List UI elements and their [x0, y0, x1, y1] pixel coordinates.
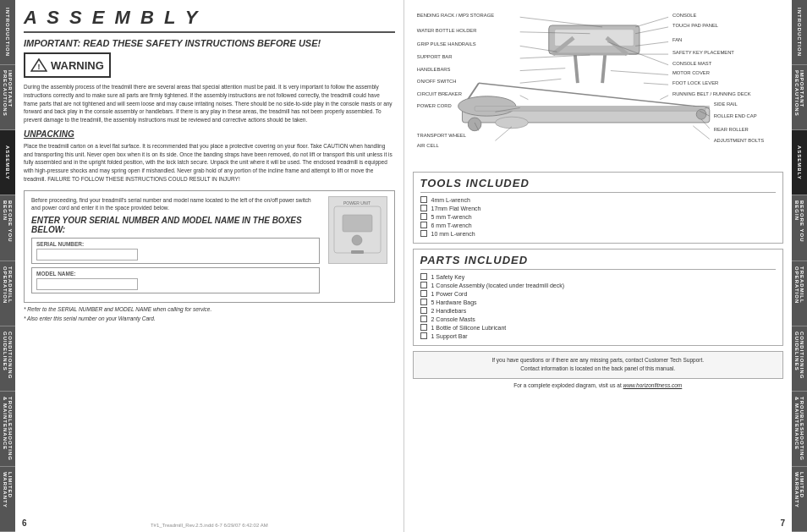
- parts-list: 1 Safety Key1 Console Assembly (located …: [420, 273, 777, 339]
- tool-checkbox: [420, 196, 427, 203]
- part-checkbox: [420, 299, 427, 305]
- right-tab-precautions[interactable]: IMPORTANT PRECAUTIONS: [792, 65, 807, 130]
- tool-item: 5 mm T-wrench: [420, 213, 777, 220]
- footer-note-text: For a complete exploded diagram, visit u…: [513, 382, 623, 388]
- warning-box: ! WARNING: [24, 52, 111, 78]
- svg-text:TOUCH PAD PANEL: TOUCH PAD PANEL: [672, 23, 718, 28]
- tools-section-title: TOOLS INCLUDED: [420, 177, 777, 193]
- part-label: 1 Safety Key: [431, 274, 465, 280]
- right-tab-warranty[interactable]: LIMITED WARRANTY: [792, 467, 807, 532]
- part-checkbox: [420, 307, 427, 314]
- model-name-box[interactable]: [36, 278, 138, 290]
- svg-text:WATER BOTTLE HOLDER: WATER BOTTLE HOLDER: [416, 28, 476, 33]
- svg-line-40: [495, 127, 511, 141]
- svg-rect-3: [343, 215, 372, 232]
- part-label: 1 Console Assembly (located under treadm…: [431, 282, 565, 288]
- contact-text-1: If you have questions or if there are an…: [420, 356, 777, 365]
- svg-text:CONSOLE MAST: CONSOLE MAST: [672, 61, 711, 66]
- tool-label: 4mm L-wrench: [431, 197, 470, 203]
- assembly-body-text: During the assembly process of the tread…: [24, 83, 395, 124]
- svg-text:ROLLER END CAP: ROLLER END CAP: [713, 113, 756, 118]
- svg-line-28: [519, 55, 590, 58]
- right-page-number: 7: [780, 518, 785, 528]
- left-tab-warranty[interactable]: LIMITED WARRANTY: [0, 467, 15, 532]
- main-content: A S S E M B L Y IMPORTANT: READ THESE SA…: [15, 0, 792, 532]
- left-tab-operation[interactable]: TREADMILL OPERATION: [0, 261, 15, 326]
- tool-checkbox: [420, 230, 427, 237]
- part-label: 1 Support Bar: [431, 333, 468, 339]
- part-label: 5 Hardware Bags: [431, 299, 477, 305]
- part-item: 1 Power Cord: [420, 290, 777, 297]
- date-stamp: T#1_Treadmill_Rev.2.5.indd 6-7 6/29/07 6…: [151, 523, 268, 528]
- footer-website: www.horizonfitness.com: [623, 382, 683, 388]
- tool-label: 5 mm T-wrench: [431, 214, 472, 220]
- tool-item: 17mm Flat Wrench: [420, 205, 777, 211]
- model-name-label: MODEL NAME:: [36, 271, 315, 277]
- part-label: 2 Handlebars: [431, 308, 467, 314]
- right-tabs: INTRODUCTION IMPORTANT PRECAUTIONS ASSEM…: [792, 0, 807, 532]
- svg-text:ADJUSTMENT BOLTS: ADJUSTMENT BOLTS: [713, 138, 763, 143]
- left-page-number: 6: [22, 518, 27, 528]
- unpacking-text: Place the treadmill carton on a level fl…: [24, 142, 395, 184]
- part-checkbox: [420, 324, 427, 331]
- svg-point-4: [352, 235, 362, 245]
- svg-text:FOOT LOCK LEVER: FOOT LOCK LEVER: [672, 80, 717, 85]
- svg-line-34: [519, 96, 528, 100]
- svg-line-64: [693, 126, 709, 140]
- serial-number-label: SERIAL NUMBER:: [36, 241, 315, 247]
- serial-number-field: SERIAL NUMBER:: [31, 238, 320, 264]
- tool-label: 17mm Flat Wrench: [431, 206, 481, 211]
- tool-label: 6 mm T-wrench: [431, 222, 472, 228]
- serial-enter-heading: ENTER YOUR SERIAL NUMBER AND MODEL NAME …: [31, 216, 320, 234]
- part-label: 1 Power Cord: [431, 291, 468, 297]
- left-tab-troubleshooting[interactable]: TROUBLESHOOTING & MAINTENANCE: [0, 392, 15, 467]
- tool-label: 10 mm L-wrench: [431, 231, 475, 237]
- svg-text:TRANSPORT WHEEL: TRANSPORT WHEEL: [416, 133, 466, 138]
- serial-number-box[interactable]: [36, 249, 138, 261]
- left-tab-precautions[interactable]: IMPORTANT PRECAUTIONS: [0, 65, 15, 130]
- right-tab-assembly[interactable]: ASSEMBLY: [792, 130, 807, 195]
- right-tab-operation[interactable]: TREADMILL OPERATION: [792, 261, 807, 326]
- right-tab-introduction[interactable]: INTRODUCTION: [792, 0, 807, 65]
- tool-checkbox: [420, 205, 427, 211]
- svg-text:HANDLEBARS: HANDLEBARS: [416, 67, 450, 72]
- part-checkbox: [420, 290, 427, 297]
- part-checkbox: [420, 315, 427, 322]
- svg-line-30: [519, 69, 565, 71]
- svg-text:RUNNING BELT / RUNNING DECK: RUNNING BELT / RUNNING DECK: [672, 91, 750, 96]
- right-page: BENDING RACK / MP3 STORAGE WATER BOTTLE …: [404, 0, 793, 532]
- svg-point-19: [468, 118, 481, 131]
- svg-text:ON/OFF SWITCH: ON/OFF SWITCH: [416, 79, 456, 84]
- left-tab-assembly[interactable]: ASSEMBLY: [0, 130, 15, 195]
- warning-triangle-icon: !: [30, 58, 47, 73]
- svg-line-44: [635, 27, 668, 34]
- right-tab-before[interactable]: BEFORE YOU BEGIN: [792, 195, 807, 261]
- svg-line-56: [660, 96, 668, 100]
- tool-checkbox: [420, 222, 427, 228]
- svg-text:CONSOLE: CONSOLE: [672, 13, 696, 18]
- parts-section: PARTS INCLUDED 1 Safety Key1 Console Ass…: [413, 249, 784, 346]
- serial-location-image: POWER UNIT: [328, 196, 387, 264]
- treadmill-svg: BENDING RACK / MP3 STORAGE WATER BOTTLE …: [413, 7, 784, 172]
- treadmill-diagram: BENDING RACK / MP3 STORAGE WATER BOTTLE …: [413, 7, 784, 172]
- unpacking-heading: UNPACKING: [24, 129, 395, 139]
- part-label: 2 Console Masts: [431, 316, 475, 322]
- tool-item: 6 mm T-wrench: [420, 222, 777, 228]
- right-tab-conditioning[interactable]: CONDITIONING GUIDELINES: [792, 326, 807, 392]
- contact-text-2: Contact information is located on the ba…: [420, 365, 777, 373]
- tool-item: 4mm L-wrench: [420, 196, 777, 203]
- left-tab-before[interactable]: BEFORE YOU BEGIN: [0, 195, 15, 261]
- footer-note: For a complete exploded diagram, visit u…: [413, 382, 784, 388]
- right-tab-troubleshooting[interactable]: TROUBLESHOOTING & MAINTENANCE: [792, 392, 807, 467]
- left-tab-introduction[interactable]: INTRODUCTION: [0, 0, 15, 65]
- svg-line-52: [610, 71, 667, 75]
- svg-line-46: [635, 41, 668, 46]
- svg-text:SAFETY KEY PLACEMENT: SAFETY KEY PLACEMENT: [672, 50, 733, 55]
- footer-note-1: * Refer to the SERIAL NUMBER and MODEL N…: [24, 306, 395, 312]
- left-tab-conditioning[interactable]: CONDITIONING GUIDELINES: [0, 326, 15, 392]
- svg-point-20: [696, 109, 706, 119]
- part-checkbox: [420, 273, 427, 280]
- svg-text:FAN: FAN: [672, 37, 681, 42]
- serial-box: Before proceeding, find your treadmill's…: [24, 190, 395, 304]
- svg-line-32: [519, 79, 561, 83]
